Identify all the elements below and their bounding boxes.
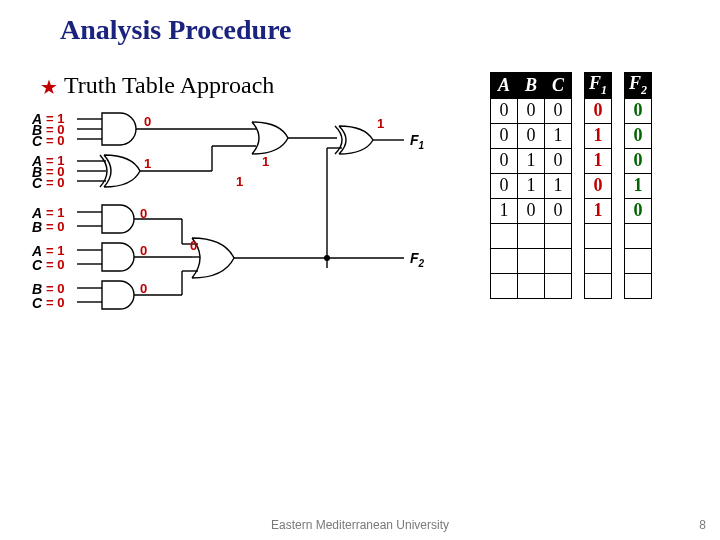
star-icon: ★ [40,76,58,98]
out-f2-label: F2 [410,250,424,269]
th-c: C [545,73,572,99]
th-spacer [612,73,625,99]
table-row: 10010 [491,198,652,223]
val-g3-a: = 1 [46,205,64,220]
bullet-heading: ★Truth Table Approach [40,72,274,99]
lbl-g2-c: C [32,175,42,191]
out-g1: 0 [144,114,151,129]
lbl-g3-b: B [32,219,42,235]
th-f2: F2 [625,73,652,99]
val-g4-a: = 1 [46,243,64,258]
out-g2: 1 [144,156,151,171]
bullet-text: Truth Table Approach [64,72,274,98]
out-or2-in: 0 [190,238,197,253]
table-row [491,223,652,248]
out-g3: 0 [140,206,147,221]
val-g1-c: = 0 [46,133,64,148]
circuit-diagram: A = 1 B = 0 C = 0 0 A = 1 B = 0 C = 0 1 … [32,108,462,368]
table-row: 01101 [491,173,652,198]
val-g5-c: = 0 [46,295,64,310]
lbl-g1-c: C [32,133,42,149]
circuit-svg [32,108,462,368]
th-spacer [572,73,585,99]
out-xor: 1 [377,116,384,131]
truth-table: A B C F1 F2 0000000110010100110110010 [490,72,652,299]
footer-text: Eastern Mediterranean University [0,518,720,532]
out-or1-mid: 1 [262,154,269,169]
table-row [491,248,652,273]
table-row: 01010 [491,148,652,173]
val-g3-b: = 0 [46,219,64,234]
page-number: 8 [699,518,706,532]
val-g2-c: = 0 [46,175,64,190]
th-f1: F1 [585,73,612,99]
lbl-g5-c: C [32,295,42,311]
val-g4-c: = 0 [46,257,64,272]
out-g5: 0 [140,281,147,296]
lbl-g4-c: C [32,257,42,273]
table-row: 00110 [491,123,652,148]
out-or1-lower: 1 [236,174,243,189]
svg-point-30 [325,256,330,261]
table-row: 00000 [491,98,652,123]
table-row [491,273,652,298]
val-g5-b: = 0 [46,281,64,296]
out-f1-label: F1 [410,132,424,151]
th-b: B [518,73,545,99]
th-a: A [491,73,518,99]
page-title: Analysis Procedure [60,14,292,46]
truth-header-row: A B C F1 F2 [491,73,652,99]
out-g4: 0 [140,243,147,258]
